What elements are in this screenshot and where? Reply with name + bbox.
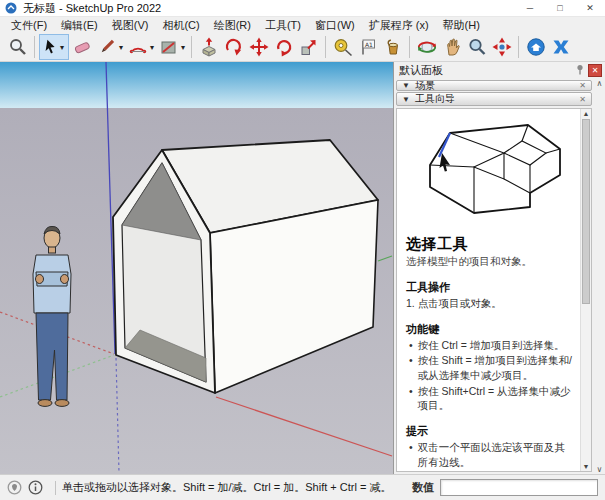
chevron-down-icon[interactable]: ▾ <box>181 43 185 52</box>
instructor-sections: 工具操作1. 点击项目或对象。功能键•按住 Ctrl = 增加项目到选择集。•按… <box>406 280 575 471</box>
instructor-item: •按住 Shift = 增加项目到选择集和/或从选择集中减少项目。 <box>406 353 575 382</box>
instructor-content: 选择工具 选择模型中的项目和对象。 工具操作1. 点击项目或对象。功能键•按住 … <box>397 109 580 471</box>
section-bar-scenes[interactable]: ▼ 场景 ✕ <box>396 80 592 91</box>
geolocation-icon[interactable] <box>7 480 22 495</box>
instructor-section-title: 提示 <box>406 424 575 439</box>
section-label: 工具向导 <box>415 92 455 106</box>
viewport-scene <box>0 62 393 474</box>
bullet-icon: • <box>409 471 413 472</box>
rotate-tool-button[interactable] <box>271 34 296 60</box>
tape-measure-tool-button[interactable] <box>330 34 355 60</box>
collapse-icon[interactable]: ▼ <box>402 95 410 104</box>
instructor-intro: 选择模型中的项目和对象。 <box>406 255 575 269</box>
scroll-down-icon[interactable]: ∨ <box>597 465 603 474</box>
zoom-icon <box>467 37 487 57</box>
scroll-down-icon[interactable]: ▼ <box>581 463 591 470</box>
menu-item[interactable]: 文件(F) <box>4 18 54 33</box>
menu-item[interactable]: 视图(V) <box>105 18 156 33</box>
menu-item[interactable]: 绘图(R) <box>207 18 258 33</box>
scale-tool-button[interactable] <box>296 34 321 60</box>
maximize-button[interactable]: □ <box>545 0 575 16</box>
pan-tool-button[interactable] <box>439 34 464 60</box>
title-bar: 无标题 - SketchUp Pro 2022 ─ □ ✕ <box>0 0 605 17</box>
zoom-extents-icon <box>492 37 512 57</box>
panel-title: 默认面板 <box>399 63 443 78</box>
zoom-tool-button[interactable] <box>464 34 489 60</box>
instructor-scrollbar[interactable]: ▲ ▼ <box>580 109 591 471</box>
info-icon[interactable] <box>28 480 43 495</box>
pencil-icon <box>97 37 117 57</box>
measurements-input[interactable] <box>440 479 598 496</box>
menu-item[interactable]: 窗口(W) <box>308 18 362 33</box>
bullet-icon: • <box>409 440 413 469</box>
panel-close-button[interactable]: ✕ <box>588 64 602 77</box>
main-toolbar: ▾ ▾ ▾ ▾ A1 <box>0 33 605 62</box>
menu-item[interactable]: 扩展程序 (x) <box>362 18 436 33</box>
measurements-label: 数值 <box>412 480 434 495</box>
toolbar-separator <box>409 36 410 58</box>
window-controls: ─ □ ✕ <box>515 0 605 16</box>
scroll-thumb[interactable] <box>582 119 590 304</box>
section-label: 场景 <box>415 80 435 91</box>
toolbar-separator <box>518 36 519 58</box>
scroll-up-icon[interactable]: ▲ <box>581 110 591 117</box>
text-tool-button[interactable]: A1 <box>355 34 380 60</box>
model-viewport[interactable] <box>0 62 393 474</box>
push-pull-tool-button[interactable] <box>196 34 221 60</box>
bullet-icon: • <box>409 353 413 382</box>
toolbar-separator <box>191 36 192 58</box>
search-icon <box>8 37 28 57</box>
orbit-tool-button[interactable] <box>414 34 439 60</box>
bullet-icon: • <box>409 384 413 413</box>
zoom-search-button[interactable] <box>5 34 30 60</box>
extension-warehouse-icon <box>551 37 571 57</box>
move-tool-button[interactable] <box>246 34 271 60</box>
section-close-icon[interactable]: ✕ <box>579 81 586 90</box>
bullet-icon: • <box>409 338 413 353</box>
menu-bar: 文件(F)编辑(E)视图(V)相机(C)绘图(R)工具(T)窗口(W)扩展程序 … <box>0 17 605 33</box>
line-tool-button[interactable] <box>94 34 119 60</box>
instructor-section-title: 工具操作 <box>406 280 575 295</box>
menu-item[interactable]: 相机(C) <box>155 18 206 33</box>
push-pull-icon <box>199 37 219 57</box>
instructor-item: •按住 Ctrl = 增加项目到选择集。 <box>406 338 575 353</box>
collapse-icon[interactable]: ▼ <box>402 81 410 90</box>
menu-item[interactable]: 帮助(H) <box>436 18 487 33</box>
instructor-heading: 选择工具 <box>406 235 575 254</box>
paint-bucket-tool-button[interactable] <box>380 34 405 60</box>
instructor-panel: ▲ ▼ 选择工具 选择模型中的项目和对象 <box>396 108 592 472</box>
follow-me-icon <box>224 37 244 57</box>
eraser-icon <box>72 37 92 57</box>
minimize-button[interactable]: ─ <box>515 0 545 16</box>
menu-item[interactable]: 工具(T) <box>258 18 308 33</box>
paint-bucket-icon <box>383 37 403 57</box>
window-title: 无标题 - SketchUp Pro 2022 <box>23 1 161 16</box>
svg-text:A1: A1 <box>365 41 373 48</box>
scale-icon <box>299 37 319 57</box>
zoom-extents-tool-button[interactable] <box>489 34 514 60</box>
select-tool-button[interactable]: ▾ <box>39 34 69 60</box>
eraser-tool-button[interactable] <box>69 34 94 60</box>
rectangle-tool-button[interactable] <box>156 34 181 60</box>
instructor-item: 1. 点击项目或对象。 <box>406 296 575 311</box>
scroll-up-icon[interactable]: ∧ <box>597 79 603 88</box>
follow-me-tool-button[interactable] <box>221 34 246 60</box>
tape-measure-icon <box>333 37 353 57</box>
pin-icon[interactable] <box>573 64 586 77</box>
section-close-icon[interactable]: ✕ <box>579 95 586 104</box>
arc-tool-button[interactable] <box>125 34 150 60</box>
close-button[interactable]: ✕ <box>575 0 605 16</box>
sketchup-logo-icon <box>5 2 17 14</box>
chevron-down-icon[interactable]: ▾ <box>150 43 154 52</box>
panel-scrollbar[interactable]: ∧ ∨ <box>594 79 605 474</box>
chevron-down-icon[interactable]: ▾ <box>119 43 123 52</box>
section-bar-instructor[interactable]: ▼ 工具向导 ✕ <box>396 92 592 106</box>
extension-warehouse-button[interactable] <box>548 34 573 60</box>
move-icon <box>249 37 269 57</box>
3d-warehouse-button[interactable] <box>523 34 548 60</box>
instructor-item: •按住 Shift+Ctrl = 从选择集中减少项目。 <box>406 384 575 413</box>
chevron-down-icon[interactable]: ▾ <box>60 43 64 52</box>
menu-item[interactable]: 编辑(E) <box>54 18 105 33</box>
pan-hand-icon <box>442 37 462 57</box>
orbit-icon <box>417 37 437 57</box>
